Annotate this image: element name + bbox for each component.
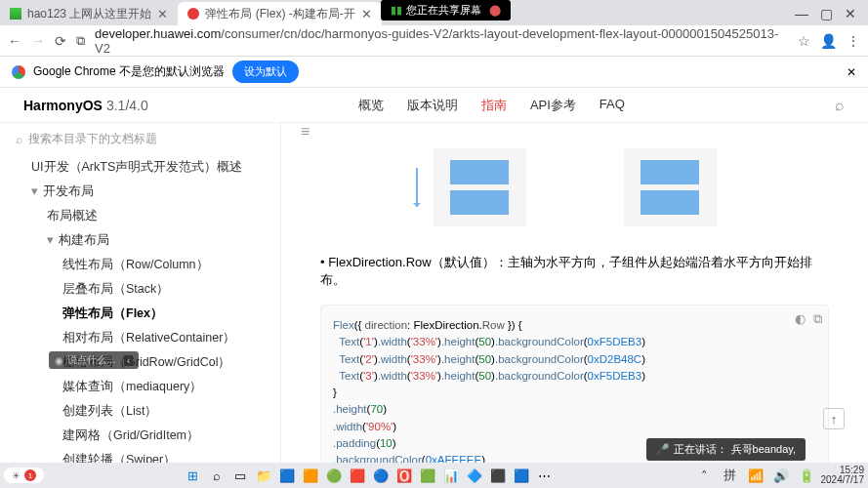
overlay-text: 说点什么… [67,353,116,367]
tab-title: hao123 上网从这里开始 [27,6,151,22]
bookmark-icon[interactable]: ☆ [798,33,810,49]
app-icon[interactable]: 🔵 [370,466,392,485]
tree-item[interactable]: UI开发（ArkTS声明式开发范式）概述 [0,155,280,180]
search-placeholder: 搜索本目录下的文档标题 [28,131,157,147]
mic-icon: ◉ [55,355,63,366]
nav-faq[interactable]: FAQ [599,97,625,114]
bullet-text: • FlexDirection.Row（默认值）：主轴为水平方向，子组件从起始端… [297,246,852,297]
app-icon[interactable]: 🟦 [511,466,532,485]
volume-icon[interactable]: 🔊 [770,466,792,485]
tree-item[interactable]: 创建列表（List） [0,399,280,424]
main-content: ≡ • FlexDirection.Row（默认值）：主轴为水平方向，子组件从起… [281,123,868,488]
start-icon[interactable]: ⊞ [183,466,204,485]
nav-overview[interactable]: 概览 [358,97,384,114]
tree-item[interactable]: 相对布局（RelativeContainer） [0,326,280,350]
copy-icon[interactable]: ⧉ [813,311,822,327]
menu-icon[interactable]: ⋮ [847,33,860,49]
collapse-icon[interactable]: ▾ [47,232,59,247]
tree-item[interactable]: 层叠布局（Stack） [0,277,280,302]
tree-item[interactable]: 布局概述 [0,204,280,228]
maximize-icon[interactable]: ▢ [820,6,833,21]
tree-item[interactable]: 栅格布局（GridRow/GridCol） [0,350,280,375]
app-icon[interactable]: 🟦 [276,466,298,485]
sidebar: ⌕搜索本目录下的文档标题 UI开发（ArkTS声明式开发范式）概述 ▾开发布局 … [0,123,281,488]
tab-flex-layout[interactable]: 弹性布局 (Flex) -构建布局-开 ✕ [178,2,381,25]
reload-icon[interactable]: ⟳ [55,33,66,49]
minimize-icon[interactable]: — [795,6,808,21]
doc-tree: UI开发（ArkTS声明式开发范式）概述 ▾开发布局 布局概述 ▾构建布局 线性… [0,155,280,488]
app-icon[interactable]: 🟧 [300,466,321,485]
tray-up-icon[interactable]: ˄ [694,466,716,485]
battery-icon[interactable]: 🔋 [796,466,817,485]
infobar-close-icon[interactable]: ✕ [847,65,856,79]
wifi-icon[interactable]: 📶 [745,466,766,485]
stop-share-icon[interactable]: ⬤ [489,4,501,17]
speaking-indicator: 🎤 正在讲话： 兵哥beanday, [646,438,806,461]
voice-overlay[interactable]: ◉ 说点什么… ‹ [49,351,139,369]
header-nav: 概览 版本说明 指南 API参考 FAQ [358,97,625,114]
speaking-name: 兵哥beanday, [731,442,796,457]
tree-item[interactable]: ▾构建布局 [0,228,280,253]
scroll-top-icon[interactable]: ↑ [823,408,845,429]
lang-icon[interactable]: 拼 [720,466,741,485]
app-icon[interactable]: 🅾️ [393,466,415,485]
theme-toggle-icon[interactable]: ◐ [795,311,806,327]
edge-icon[interactable]: 🟢 [323,466,345,485]
tree-item[interactable]: 建网格（Grid/GridItem） [0,424,280,448]
app-icon[interactable]: ⋯ [534,466,556,485]
app-icon[interactable]: 🟩 [417,466,438,485]
brand-version: 3.1/4.0 [106,98,148,113]
clock-date: 2024/7/17 [821,475,865,485]
window-controls: — ▢ ✕ [783,6,868,21]
brand-name: HarmonyOS [23,98,103,113]
sun-icon: ☀ [12,470,21,481]
app-icon[interactable]: 🟥 [347,466,368,485]
tree-item[interactable]: ▾开发布局 [0,180,280,204]
flex-block [450,160,509,184]
taskbar: ☀1 ⊞ ⌕ ▭ 📁 🟦 🟧 🟢 🟥 🔵 🅾️ 🟩 📊 🔷 ⬛ 🟦 ⋯ ˄ 拼 … [0,463,868,488]
code-actions: ◐ ⧉ [795,311,822,327]
site-header: HarmonyOS3.1/4.0 概览 版本说明 指南 API参考 FAQ ⌕ [0,88,868,123]
back-icon[interactable]: ← [8,33,21,49]
nav-release[interactable]: 版本说明 [407,97,458,114]
profile-icon[interactable]: 👤 [820,33,837,49]
nav-api[interactable]: API参考 [530,97,576,114]
app-icon[interactable]: ⬛ [487,466,509,485]
infobar-text: Google Chrome 不是您的默认浏览器 [33,63,225,80]
search-icon[interactable]: ⌕ [206,466,227,485]
collapse-icon[interactable]: ▾ [31,183,43,198]
close-icon[interactable]: ✕ [845,6,856,21]
url-domain: developer.huawei.com [95,26,221,41]
toc-toggle-icon[interactable]: ≡ [297,123,313,143]
flex-block [641,190,699,215]
tab-title: 弹性布局 (Flex) -构建布局-开 [205,6,354,22]
share-indicator-icon: ▮▮ [391,4,402,17]
speaking-label: 正在讲话： [674,442,727,457]
tab-hao123[interactable]: hao123 上网从这里开始 ✕ [0,2,178,25]
lock-icon[interactable]: ⧉ [76,33,85,49]
url-field[interactable]: developer.huawei.com/consumer/cn/doc/har… [95,26,788,56]
default-browser-infobar: Google Chrome 不是您的默认浏览器 设为默认 ✕ [0,57,868,88]
set-default-button[interactable]: 设为默认 [232,61,299,83]
tab-close-icon[interactable]: ✕ [361,7,372,21]
tab-close-icon[interactable]: ✕ [157,7,168,21]
weather-widget[interactable]: ☀1 [4,468,44,483]
app-icon[interactable]: 📊 [440,466,462,485]
tree-item[interactable]: 媒体查询（mediaquery） [0,375,280,399]
taskview-icon[interactable]: ▭ [229,466,251,485]
direction-diagram [297,141,852,246]
tree-item[interactable]: 线性布局（Row/Column） [0,253,280,277]
sidebar-search[interactable]: ⌕搜索本目录下的文档标题 [16,131,265,147]
notif-badge: 1 [24,469,36,481]
tree-item-active[interactable]: 弹性布局（Flex） [0,302,280,326]
nav-guide[interactable]: 指南 [481,97,507,114]
clock[interactable]: 15:29 2024/7/17 [821,466,865,485]
favicon-huawei [187,8,199,20]
screen-share-banner: ▮▮ 您正在共享屏幕 ⬤ [381,0,511,20]
chevron-left-icon[interactable]: ‹ [124,355,133,366]
flex-block [641,160,699,184]
explorer-icon[interactable]: 📁 [253,466,274,485]
search-icon[interactable]: ⌕ [835,97,845,114]
search-icon: ⌕ [16,133,22,146]
app-icon[interactable]: 🔷 [464,466,485,485]
